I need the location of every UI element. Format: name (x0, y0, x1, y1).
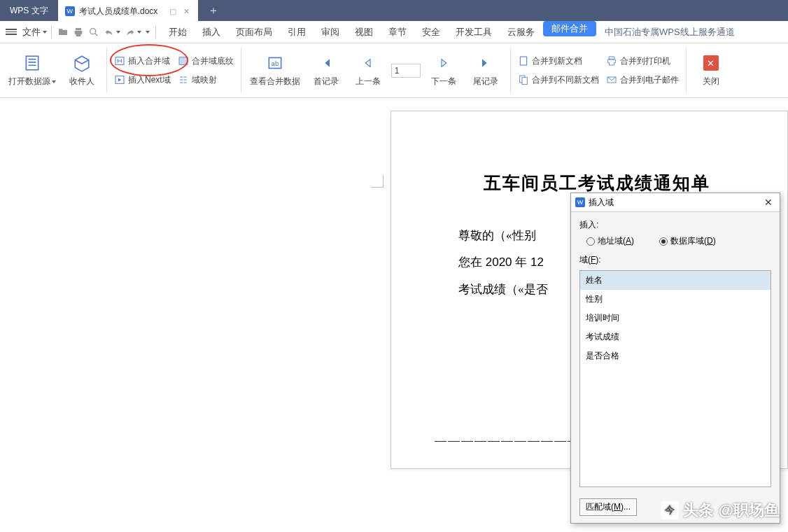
first-record-button[interactable]: 首记录 (307, 52, 345, 89)
merge-new-doc-button[interactable]: 合并到新文档 (516, 54, 600, 69)
insert-field-dialog: W 插入域 ✕ 插入: 地址域(A) 数据库域(D) 域(F): 姓名 性别 培… (570, 192, 780, 524)
merge-printer-button[interactable]: 合并到打印机 (605, 54, 680, 69)
list-item[interactable]: 是否合格 (580, 346, 771, 365)
tab-restore-icon[interactable]: ▢ (169, 7, 176, 16)
open-data-source-button[interactable]: 打开数据源 (6, 52, 59, 89)
page-corner-mark (371, 175, 384, 188)
hamburger-icon[interactable] (6, 29, 17, 35)
tab-references[interactable]: 引用 (281, 21, 313, 43)
document-tab[interactable]: W 考试人员成绩单.docx ▢ ✕ (58, 0, 198, 21)
print-button[interactable] (73, 27, 84, 38)
insert-next-field-button[interactable]: 插入Next域 (113, 73, 172, 88)
list-item[interactable]: 培训时间 (580, 309, 771, 328)
list-item[interactable]: 性别 (580, 290, 771, 309)
tab-cnpc-link[interactable]: 中国石油专属WPS线上服务通道 (598, 21, 742, 43)
merge-shading-button[interactable]: 合并域底纹 (176, 54, 235, 69)
tab-close-icon[interactable]: ✕ (183, 7, 190, 16)
close-mailmerge-button[interactable]: ✕ 关闭 (692, 52, 730, 89)
fields-label: 域(F): (579, 254, 771, 266)
caret-down-icon (137, 31, 141, 34)
label: 打开数据源 (8, 76, 50, 88)
caret-down-icon (116, 31, 120, 34)
insert-merge-field-button[interactable]: 插入合并域 (113, 54, 172, 69)
tab-cloud[interactable]: 云服务 (500, 21, 542, 43)
radio-icon (586, 237, 595, 246)
document-name: 考试人员成绩单.docx (79, 6, 158, 18)
new-tab-button[interactable]: ＋ (198, 0, 229, 21)
radio-database-field[interactable]: 数据库域(D) (659, 235, 716, 247)
open-button[interactable] (57, 27, 69, 38)
next-record-button[interactable]: 下一条 (425, 52, 463, 89)
prev-record-button[interactable]: 上一条 (349, 52, 387, 89)
label: 关闭 (703, 76, 719, 88)
tab-mailmerge[interactable]: 邮件合并 (543, 21, 596, 36)
recipients-button[interactable]: 收件人 (63, 52, 101, 89)
recipients-icon (72, 53, 92, 73)
merge-diff-doc-button[interactable]: 合并到不同新文档 (516, 73, 600, 88)
ribbon: 打开数据源 收件人 插入合并域 插入Next域 合并域底纹 (0, 43, 788, 98)
svg-rect-7 (520, 57, 526, 65)
tab-chapter[interactable]: 章节 (381, 21, 414, 43)
label: 收件人 (69, 76, 94, 88)
svg-text:ab: ab (271, 59, 279, 67)
close-icon: ✕ (703, 55, 719, 71)
record-number-input[interactable]: 1 (391, 64, 421, 78)
caret-down-icon (43, 31, 47, 34)
last-record-button[interactable]: 尾记录 (467, 52, 505, 89)
undo-button[interactable] (104, 27, 120, 38)
doc-title: 五车间员工考试成绩通知单 (435, 172, 759, 195)
label: 插入合并域 (128, 55, 170, 67)
fields-listbox[interactable]: 姓名 性别 培训时间 考试成绩 是否合格 (579, 270, 771, 487)
tab-start[interactable]: 开始 (162, 21, 194, 43)
prev-icon (358, 53, 378, 73)
label: 下一条 (431, 76, 456, 88)
tab-devtools[interactable]: 开发工具 (449, 21, 499, 43)
wps-doc-icon: W (65, 6, 75, 16)
field-mapping-button[interactable]: 域映射 (176, 73, 235, 88)
tab-view[interactable]: 视图 (348, 21, 380, 43)
svg-point-0 (90, 28, 96, 34)
label: 插入Next域 (128, 74, 171, 86)
label: 尾记录 (473, 76, 498, 88)
radio-address-field[interactable]: 地址域(A) (586, 235, 634, 247)
separator (51, 26, 52, 38)
last-icon (476, 53, 495, 73)
tab-insert[interactable]: 插入 (195, 21, 227, 43)
menu-bar: 文件 开始 插入 页面布局 引用 审阅 视图 章节 安全 开发工具 云服务 邮件… (0, 21, 788, 43)
next-icon (434, 53, 453, 73)
svg-rect-9 (522, 78, 527, 85)
ribbon-tabs: 开始 插入 页面布局 引用 审阅 视图 章节 安全 开发工具 云服务 邮件合并 … (162, 21, 742, 43)
separator (155, 26, 156, 38)
tab-review[interactable]: 审阅 (314, 21, 346, 43)
label: 合并域底纹 (192, 55, 234, 67)
list-item[interactable]: 考试成绩 (580, 328, 771, 346)
label: 合并到打印机 (620, 55, 670, 67)
first-icon (316, 53, 336, 73)
tab-security[interactable]: 安全 (415, 21, 447, 43)
qat-overflow[interactable] (146, 31, 150, 34)
app-name: WPS 文字 (0, 0, 58, 21)
dialog-close-button[interactable]: ✕ (761, 197, 775, 208)
radio-icon (659, 237, 668, 246)
dialog-titlebar[interactable]: W 插入域 ✕ (571, 193, 780, 212)
tab-actions: ▢ ✕ (169, 7, 190, 16)
view-data-icon: ab (265, 53, 285, 73)
match-fields-button[interactable]: 匹配域(M)... (579, 498, 637, 516)
tab-pagelayout[interactable]: 页面布局 (229, 21, 279, 43)
merge-email-button[interactable]: 合并到电子邮件 (605, 73, 680, 88)
svg-rect-1 (26, 56, 38, 70)
label: 上一条 (356, 76, 381, 88)
caret-down-icon (52, 80, 56, 83)
list-item[interactable]: 姓名 (580, 271, 771, 290)
label: 合并到电子邮件 (620, 74, 679, 86)
title-bar: WPS 文字 W 考试人员成绩单.docx ▢ ✕ ＋ (0, 0, 788, 21)
label: 首记录 (314, 76, 339, 88)
print-preview-button[interactable] (88, 27, 99, 38)
file-label: 文件 (22, 26, 41, 38)
label: 合并到不同新文档 (532, 74, 599, 86)
view-merge-data-button[interactable]: ab 查看合并数据 (247, 52, 303, 89)
file-menu[interactable]: 文件 (20, 26, 50, 38)
label: 合并到新文档 (532, 55, 582, 67)
redo-button[interactable] (125, 27, 141, 38)
data-source-icon (22, 53, 42, 73)
